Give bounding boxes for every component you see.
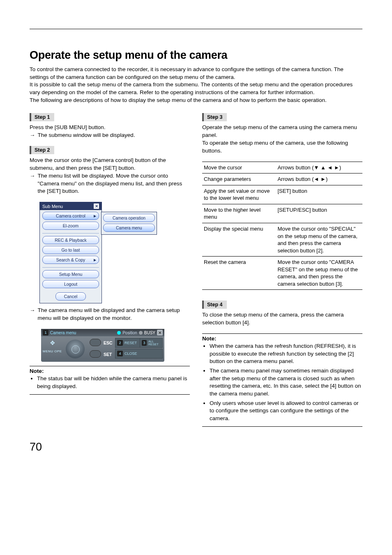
jog-dial-icon[interactable] <box>66 340 85 358</box>
arrow-icon: → <box>30 307 35 322</box>
close-icon[interactable]: ✕ <box>157 330 163 335</box>
note-1-list: The status bar will be hidden while the … <box>30 375 190 390</box>
busy-label: BUSY <box>144 331 155 335</box>
intro-text: To control the camera connected to the r… <box>30 66 362 104</box>
submenu-item-el-zoom[interactable]: El-zoom <box>42 222 99 230</box>
submenu-window: Sub Menu ✕ Camera control▶ El-zoom REC &… <box>39 202 102 303</box>
esc-label: ESC <box>104 340 113 345</box>
step-3-label: Step 3 <box>202 113 227 121</box>
set-button[interactable] <box>90 350 101 358</box>
close-icon[interactable]: ✕ <box>94 204 99 209</box>
page-heading: Operate the setup menu of the camera <box>30 49 362 62</box>
step-1-body: Press the [SUB MENU] button. → The subme… <box>30 124 190 139</box>
panel-title: Camera menu <box>50 331 76 335</box>
panel-cell-4-close[interactable]: 4CLOSE <box>115 349 163 358</box>
note-2-list: When the camera has the refresh function… <box>202 342 362 422</box>
step-4-label: Step 4 <box>202 301 227 309</box>
set-label: SET <box>104 352 112 357</box>
submenu-cancel-button[interactable]: Cancel <box>55 292 86 301</box>
flyout-camera-menu[interactable]: Camera menu <box>103 224 155 232</box>
submenu-item-search-copy[interactable]: Search & Copy▶ <box>42 256 99 264</box>
camera-menu-panel: 1 Camera menu Position BUSY ✕ ✥ MENU OPE… <box>41 329 164 362</box>
position-label: Position <box>122 331 137 335</box>
left-column: Step 1 Press the [SUB MENU] button. → Th… <box>30 113 190 428</box>
panel-cell-2-reset[interactable]: 2RESET <box>115 338 141 348</box>
step-2-label: Step 2 <box>30 146 54 154</box>
submenu-item-rec-playback[interactable]: REC & Playback <box>42 236 99 244</box>
step-2-result: → The camera menu will be displayed and … <box>30 307 190 322</box>
note-label: Note: <box>30 368 190 374</box>
step-4-body: To close the setup menu of the camera, p… <box>202 311 362 327</box>
page-number: 70 <box>30 441 362 453</box>
step-3-body: Operate the setup menu of the camera usi… <box>202 124 362 155</box>
table-row: Reset the cameraMove the cursor onto "CA… <box>202 257 362 290</box>
submenu-item-setup-menu[interactable]: Setup Menu <box>42 270 99 278</box>
step-2-body: Move the cursor onto the [Camera control… <box>30 157 190 195</box>
menu-ope-label: MENU OPE <box>43 349 62 353</box>
arrow-icon: → <box>30 132 35 139</box>
submenu-item-go-to-last[interactable]: Go to last <box>42 246 99 254</box>
arrow-icon: → <box>30 172 35 196</box>
submenu-flyout: Camera operation Camera menu <box>101 212 157 235</box>
operations-table: Move the cursorArrows button (▼ ▲ ◄ ►) C… <box>202 162 362 290</box>
header-rule <box>30 29 362 29</box>
panel-cell-3-all-reset[interactable]: 3ALL RESET <box>140 338 163 348</box>
note-label: Note: <box>202 335 362 342</box>
right-column: Step 3 Operate the setup menu of the cam… <box>202 113 362 428</box>
submenu-item-logout[interactable]: Logout <box>42 280 99 288</box>
submenu-item-camera-control[interactable]: Camera control▶ <box>42 212 99 220</box>
table-row: Move the cursorArrows button (▼ ▲ ◄ ►) <box>202 162 362 173</box>
dpad-icon: ✥ <box>45 338 60 348</box>
panel-number-1: 1 <box>43 330 48 335</box>
table-row: Apply the set value or move to the lower… <box>202 185 362 204</box>
flyout-camera-operation[interactable]: Camera operation <box>103 214 155 222</box>
esc-button[interactable] <box>90 339 101 346</box>
submenu-title-text: Sub Menu <box>42 204 63 209</box>
table-row: Move to the higher level menu[SETUP/ESC]… <box>202 204 362 223</box>
submenu-figure: Sub Menu ✕ Camera control▶ El-zoom REC &… <box>39 202 190 303</box>
busy-dot-icon <box>139 331 143 335</box>
table-row: Display the special menuMove the cursor … <box>202 223 362 256</box>
table-row: Change parametersArrows button (◄ ►) <box>202 173 362 185</box>
step-1-label: Step 1 <box>30 113 54 121</box>
status-dot-icon <box>117 331 121 335</box>
